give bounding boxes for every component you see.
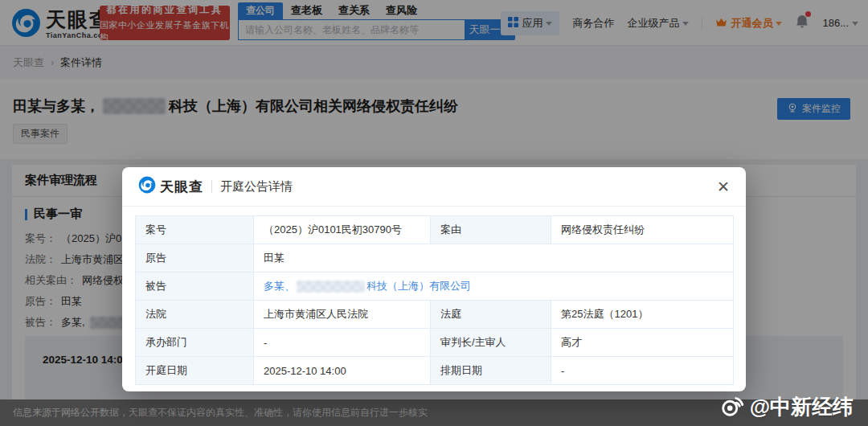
- table-row: 案号 （2025）沪0101民初30790号 案由 网络侵权责任纠纷: [136, 216, 734, 244]
- cell-label: 法庭: [431, 301, 551, 329]
- table-row: 承办部门 - 审判长/主审人 高才: [136, 329, 734, 357]
- hearing-detail-table: 案号 （2025）沪0101民初30790号 案由 网络侵权责任纠纷 原告 田某…: [135, 215, 734, 385]
- redacted-company-name: [297, 281, 365, 293]
- cell-label: 审判长/主审人: [431, 329, 551, 357]
- modal-header: 天眼查 开庭公告详情 ✕: [122, 167, 746, 207]
- defendant-company-link[interactable]: 多某、 科技（上海）有限公司: [264, 279, 471, 293]
- cell-value: 2025-12-10 14:00: [254, 357, 431, 385]
- table-row: 被告 多某、 科技（上海）有限公司: [136, 272, 734, 301]
- header-divider: [211, 180, 212, 193]
- modal-title: 开庭公告详情: [220, 179, 293, 195]
- cell-label: 法院: [136, 301, 254, 329]
- page: 天眼查 TianYanCha.com 都在用的商业查询工具 国家中小企业发展子基…: [0, 0, 868, 426]
- weibo-watermark: @中新经纬: [719, 391, 854, 422]
- watermark-handle: @中新经纬: [750, 393, 854, 421]
- close-icon[interactable]: ✕: [717, 179, 730, 195]
- modal-brand-name: 天眼查: [160, 178, 203, 196]
- cell-label: 被告: [136, 272, 254, 301]
- cell-value: 高才: [551, 329, 734, 357]
- cell-value: 田某: [254, 244, 734, 272]
- cell-label: 开庭日期: [136, 357, 254, 385]
- table-row: 原告 田某: [136, 244, 734, 272]
- table-row: 法院 上海市黄浦区人民法院 法庭 第25法庭（1201）: [136, 301, 734, 329]
- cell-value: 网络侵权责任纠纷: [551, 216, 734, 244]
- cell-label: 排期日期: [431, 357, 551, 385]
- cell-value-defendant: 多某、 科技（上海）有限公司: [254, 272, 734, 301]
- cell-value: 第25法庭（1201）: [551, 301, 734, 329]
- cell-value: （2025）沪0101民初30790号: [254, 216, 431, 244]
- cell-value: -: [254, 329, 431, 357]
- hearing-detail-modal: 天眼查 开庭公告详情 ✕ 案号 （2025）沪0101民初30790号 案由 网…: [122, 167, 746, 391]
- cell-label: 案号: [136, 216, 254, 244]
- cell-value: 上海市黄浦区人民法院: [254, 301, 431, 329]
- cell-value: -: [551, 357, 734, 385]
- weibo-icon: [719, 391, 747, 422]
- cell-label: 案由: [431, 216, 551, 244]
- cell-label: 原告: [136, 244, 254, 272]
- tianyancha-logo-icon: [138, 176, 156, 197]
- cell-label: 承办部门: [136, 329, 254, 357]
- modal-tianyancha-logo: 天眼查: [138, 176, 203, 197]
- table-row: 开庭日期 2025-12-10 14:00 排期日期 -: [136, 357, 734, 385]
